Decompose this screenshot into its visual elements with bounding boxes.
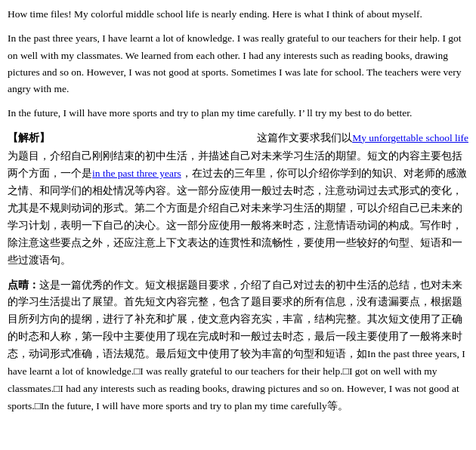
paragraph1: In the past three years, I have learnt a… (8, 30, 468, 97)
analysis-body: 为题目，介绍自己刚刚结束的初中生活，并描述自己对未来学习生活的期望。短文的内容主… (8, 148, 468, 270)
analysis-link[interactable]: My unforgettable school life (352, 132, 468, 143)
paragraph2-text: In the future, I will have more sports a… (8, 107, 412, 119)
dianqing-future: In the future, I will have more sports a… (41, 400, 327, 411)
dianqing-label: 点晴： (8, 279, 39, 291)
dianqing-sq4: □ (35, 400, 41, 411)
paragraph2: In the future, I will have more sports a… (8, 105, 468, 122)
dianqing-sq2: □ (343, 365, 349, 377)
analysis-right-header: 这篇作文要求我们以My unforgettable school life (50, 130, 468, 146)
intro-text: How time files! My colorful middle schoo… (8, 8, 422, 20)
analysis-in-past[interactable]: in the past three years (92, 168, 181, 179)
analysis-section: 【解析】 这篇作文要求我们以My unforgettable school li… (8, 130, 468, 270)
analysis-bracket: 【解析】 (8, 130, 50, 146)
dianqing-end: 等。 (327, 400, 348, 411)
paragraph1-text: In the past three years, I have learnt a… (8, 32, 462, 94)
analysis-suffix2: ，在过去的三年里，你可以介绍你学到的知识、对老师的感激之情、和同学们的相处情况等… (8, 168, 467, 266)
dianqing-section: 点晴：这是一篇优秀的作文。短文根据题目要求，介绍了自己对过去的初中生活的总结，也… (8, 277, 468, 416)
dianqing-grateful: I was really grateful to our teachers fo… (140, 365, 342, 377)
analysis-right-prefix: 这篇作文要求我们以 (257, 132, 352, 143)
intro-paragraph: How time files! My colorful middle schoo… (8, 6, 468, 23)
